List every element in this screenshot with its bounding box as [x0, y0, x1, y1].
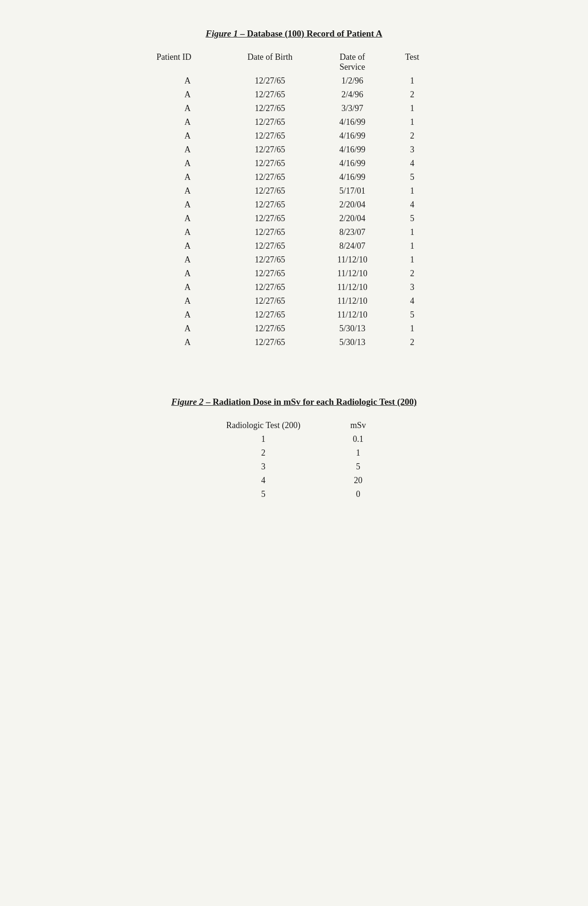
table-cell: 3 [388, 280, 436, 294]
table-row: A12/27/654/16/991 [152, 115, 436, 129]
figure1-table: Patient ID Date of Birth Date ofService … [152, 50, 436, 349]
table-row: 21 [199, 446, 389, 460]
table-cell: 1 [388, 253, 436, 267]
table-cell: A [152, 157, 223, 170]
table-cell: 1 [199, 432, 328, 446]
table-cell: 5 [328, 460, 389, 474]
figure1-title: Figure 1 – Database (100) Record of Pati… [206, 28, 383, 39]
table-cell: 11/12/10 [317, 308, 388, 322]
figure1-label: Figure 1 [206, 28, 238, 38]
table-cell: A [152, 102, 223, 115]
table-cell: 5 [388, 308, 436, 322]
table-cell: A [152, 308, 223, 322]
table-cell: 12/27/65 [223, 322, 317, 336]
table-cell: A [152, 280, 223, 294]
table-row: A12/27/654/16/994 [152, 157, 436, 170]
table-cell: 1 [328, 446, 389, 460]
table-cell: A [152, 239, 223, 253]
table-cell: 12/27/65 [223, 184, 317, 198]
table-cell: 1/2/96 [317, 74, 388, 88]
figure2-label: Figure 2 [171, 397, 203, 407]
col-header-dos: Date ofService [317, 50, 388, 74]
table-cell: A [152, 88, 223, 102]
table-row: A12/27/658/23/071 [152, 225, 436, 239]
table-cell: 4 [388, 157, 436, 170]
table-cell: 12/27/65 [223, 143, 317, 157]
table-cell: 0.1 [328, 432, 389, 446]
table-cell: A [152, 74, 223, 88]
col-header-test: Test [388, 50, 436, 74]
table-cell: A [152, 198, 223, 212]
table-cell: 20 [328, 474, 389, 487]
table-cell: 8/24/07 [317, 239, 388, 253]
table-cell: 12/27/65 [223, 239, 317, 253]
table-cell: A [152, 336, 223, 349]
table-cell: A [152, 294, 223, 308]
table-cell: 1 [388, 115, 436, 129]
table-cell: 5/30/13 [317, 322, 388, 336]
table-cell: 12/27/65 [223, 88, 317, 102]
figure2-container: Figure 2 – Radiation Dose in mSv for eac… [81, 397, 507, 511]
table-cell: 12/27/65 [223, 280, 317, 294]
table-cell: A [152, 129, 223, 143]
table-cell: 4/16/99 [317, 129, 388, 143]
figure1-title-rest: – Database (100) Record of Patient A [238, 28, 382, 38]
table-cell: 4 [388, 294, 436, 308]
table-row: 50 [199, 487, 389, 501]
table-cell: 12/27/65 [223, 336, 317, 349]
table-cell: 4 [388, 198, 436, 212]
table-cell: A [152, 212, 223, 225]
table-cell: 2 [388, 129, 436, 143]
table-cell: A [152, 267, 223, 280]
table-row: A12/27/652/4/962 [152, 88, 436, 102]
table-row: 420 [199, 474, 389, 487]
table-cell: 12/27/65 [223, 157, 317, 170]
table-cell: 11/12/10 [317, 253, 388, 267]
table-cell: A [152, 143, 223, 157]
table-cell: 2 [388, 88, 436, 102]
table-cell: A [152, 225, 223, 239]
table-row: A12/27/651/2/961 [152, 74, 436, 88]
table-cell: 1 [388, 322, 436, 336]
table-cell: 1 [388, 184, 436, 198]
table-row: A12/27/652/20/045 [152, 212, 436, 225]
table1-header-row: Patient ID Date of Birth Date ofService … [152, 50, 436, 74]
table-cell: A [152, 184, 223, 198]
table-cell: 12/27/65 [223, 170, 317, 184]
table-cell: 4/16/99 [317, 115, 388, 129]
table-row: 35 [199, 460, 389, 474]
table-cell: 2 [388, 267, 436, 280]
table-cell: 5/17/01 [317, 184, 388, 198]
table-row: A12/27/654/16/992 [152, 129, 436, 143]
table-cell: 4/16/99 [317, 157, 388, 170]
table-cell: 1 [388, 225, 436, 239]
col-header-patient-id: Patient ID [152, 50, 223, 74]
table-cell: 11/12/10 [317, 294, 388, 308]
table-row: A12/27/6511/12/105 [152, 308, 436, 322]
figure2-title-rest: – Radiation Dose in mSv for each Radiolo… [203, 397, 416, 407]
table-cell: 2/20/04 [317, 198, 388, 212]
table-cell: 3 [199, 460, 328, 474]
table-row: A12/27/654/16/993 [152, 143, 436, 157]
table-row: A12/27/655/30/132 [152, 336, 436, 349]
table-cell: 5 [388, 170, 436, 184]
table-cell: 8/23/07 [317, 225, 388, 239]
table-cell: 12/27/65 [223, 74, 317, 88]
table-cell: 1 [388, 239, 436, 253]
table-cell: A [152, 170, 223, 184]
table-cell: 5 [388, 212, 436, 225]
table-cell: 12/27/65 [223, 129, 317, 143]
table-cell: 2 [199, 446, 328, 460]
table-cell: 5/30/13 [317, 336, 388, 349]
table-cell: 2 [388, 336, 436, 349]
table-cell: 12/27/65 [223, 294, 317, 308]
table-cell: 11/12/10 [317, 267, 388, 280]
table-row: A12/27/658/24/071 [152, 239, 436, 253]
table-row: 10.1 [199, 432, 389, 446]
col-header-msv: mSv [328, 419, 389, 432]
table-cell: 2/4/96 [317, 88, 388, 102]
page-container: Figure 1 – Database (100) Record of Pati… [81, 28, 507, 878]
table-cell: 12/27/65 [223, 102, 317, 115]
table-cell: 12/27/65 [223, 198, 317, 212]
table-cell: 12/27/65 [223, 253, 317, 267]
